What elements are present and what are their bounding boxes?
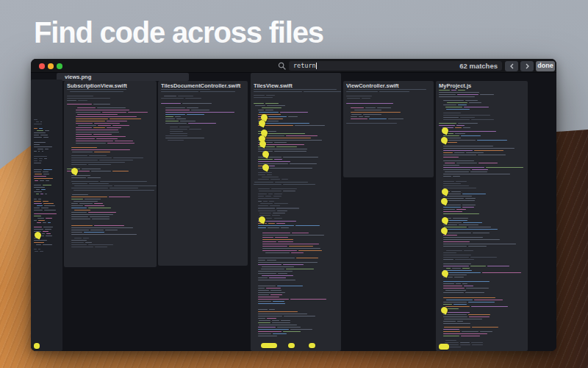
code-line [267,318,276,319]
code-line [200,91,235,92]
code-line [67,96,93,96]
code-line [258,303,285,304]
search-query-text: return [293,61,317,71]
code-line [34,178,53,179]
search-match-highlight[interactable] [34,343,40,349]
code-line [165,123,187,124]
code-line [443,312,470,313]
done-button[interactable]: done [536,61,555,71]
code-line [443,333,487,334]
code-line [71,147,97,148]
code-line [451,90,456,91]
code-line [443,329,459,330]
code-line [365,116,370,117]
code-line [477,140,508,141]
code-line [443,304,452,305]
code-line [110,118,141,119]
code-line [304,91,341,92]
code-line [463,127,470,128]
code-line [456,163,477,163]
zoom-button[interactable] [57,63,62,69]
code-line [94,152,111,152]
file-tile-clipped-left-file[interactable] [31,79,62,351]
code-line [37,205,43,206]
code-line [278,273,287,274]
code-line [469,102,482,103]
code-line [43,174,49,174]
code-line [71,175,90,176]
code-line [170,129,187,130]
code-line [470,257,497,258]
code-line [443,297,495,298]
code-line [262,244,319,244]
search-match-highlight[interactable] [439,344,449,350]
code-line [277,286,304,286]
code-line [443,257,469,258]
code-line [460,117,475,118]
close-button[interactable] [39,63,45,69]
code-line [265,252,290,253]
code-line [67,98,110,99]
previous-match-button[interactable] [505,61,518,71]
code-line [443,105,456,105]
code-line [258,260,265,261]
code-line [269,277,286,278]
window-titlebar: return 62 matches done [31,59,556,73]
code-line [258,174,265,175]
code-line [107,127,121,128]
search-input[interactable]: return 62 matches [289,61,502,71]
file-tile-tiles-document-controller[interactable]: TilesDocumentController.swift [158,81,248,266]
code-line [37,222,41,223]
code-line [85,242,92,243]
code-line [443,288,465,289]
code-line [258,208,275,208]
code-line [443,140,476,141]
code-line [76,143,106,144]
file-tile-subscription-view[interactable]: SubscriptionView.swift [64,81,157,267]
code-line [109,197,131,197]
code-line [90,216,110,217]
code-line [91,171,111,171]
search-match-highlight[interactable] [288,343,295,348]
code-line [71,214,113,215]
search-match-highlight[interactable] [309,343,315,348]
code-line [262,235,324,236]
code-line [265,103,279,104]
code-line [459,224,478,225]
code-line [258,188,270,189]
code-line [443,113,461,113]
code-line [44,158,46,159]
code-line [348,89,426,90]
next-match-button[interactable] [520,61,534,71]
code-line [97,107,126,108]
code-line [351,116,357,117]
search-match-highlight[interactable] [261,343,277,348]
code-line [35,180,38,181]
code-line [275,237,289,238]
code-line [99,160,133,160]
code-line [74,238,82,238]
code-line [90,230,104,230]
code-line [346,96,372,96]
minimize-button[interactable] [48,63,54,69]
code-line [83,238,89,238]
code-line [34,187,45,188]
file-tile-my-project[interactable]: MyProject.js [436,81,528,351]
code-line [363,114,382,115]
code-line [165,116,173,117]
code-line [258,262,318,263]
code-line [34,146,52,147]
code-line [454,152,465,153]
code-line [258,198,279,199]
code-line [445,205,461,205]
page-title: Find code across files [34,16,323,49]
code-line [71,244,87,245]
code-line [258,149,307,149]
file-tile-view-controller[interactable]: ViewController.swift [343,81,434,177]
code-line [274,194,282,194]
code-line [443,241,470,242]
code-line [443,155,476,155]
code-line [76,141,113,141]
file-tile-views-png[interactable]: views.png [57,73,189,81]
code-line [468,246,487,247]
